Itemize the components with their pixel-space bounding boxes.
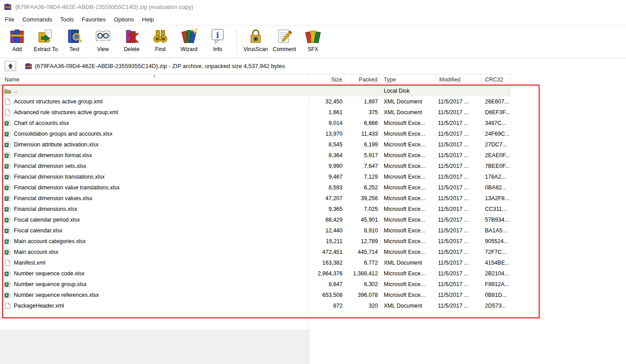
- window-title: {679FAA36-09D4-462E-ABDB-23559355C14D}.z…: [15, 4, 193, 10]
- file-packed-size: 396,078: [345, 292, 380, 298]
- file-row[interactable]: X Financial dimensions.xlsx 9,365 7,025 …: [0, 204, 511, 214]
- toolbar-extract-to-button[interactable]: Extract To: [31, 27, 60, 56]
- file-row[interactable]: X Fiscal calendar.xlsx 12,440 8,910 Micr…: [0, 225, 511, 236]
- svg-text:X: X: [5, 197, 8, 201]
- file-packed-size: 5,917: [345, 152, 380, 158]
- file-name: Financial dimension sets.xlsx: [14, 163, 86, 169]
- file-row[interactable]: X Financial dimension format.xlsx 8,364 …: [0, 150, 511, 161]
- file-row[interactable]: X Financial dimension values.xlsx 47,207…: [0, 193, 511, 204]
- file-type-icon: X: [4, 206, 11, 213]
- menu-commands[interactable]: Commands: [18, 14, 56, 25]
- file-type: Local Disk: [380, 88, 436, 94]
- file-type: Microsoft Exce...: [380, 206, 436, 212]
- file-size: 13,970: [309, 131, 345, 137]
- toolbar-view-button[interactable]: View: [89, 27, 117, 56]
- file-packed-size: 6,252: [345, 184, 380, 191]
- file-row[interactable]: X Financial dimension sets.xlsx 9,990 7,…: [0, 161, 511, 171]
- file-packed-size: 375: [345, 109, 380, 116]
- file-type-icon: X: [4, 163, 11, 170]
- menu-help[interactable]: Help: [138, 14, 158, 25]
- toolbar-extract-to-label: Extract To: [34, 46, 57, 52]
- column-header-modified[interactable]: Modified: [436, 74, 481, 85]
- file-type-icon: X: [4, 130, 11, 137]
- file-type: Microsoft Exce...: [380, 184, 436, 191]
- menu-file[interactable]: File: [1, 14, 18, 25]
- file-type: XML Document: [380, 109, 436, 116]
- toolbar-delete-button[interactable]: Delete: [117, 27, 146, 56]
- toolbar-wizard-label: Wizard: [180, 46, 197, 52]
- svg-text:X: X: [5, 143, 8, 147]
- file-type: Microsoft Exce...: [380, 270, 436, 277]
- svg-text:X: X: [5, 272, 8, 276]
- toolbar-find-button[interactable]: Find: [146, 27, 175, 56]
- file-row[interactable]: X Main account categories.xlsx 15,211 12…: [0, 236, 511, 247]
- toolbar-info-button[interactable]: i Info: [203, 27, 232, 56]
- menu-options[interactable]: Options: [110, 14, 138, 25]
- file-row[interactable]: X Number sequence group.xlsx 8,647 6,302…: [0, 279, 511, 290]
- file-type: Microsoft Exce...: [380, 217, 436, 223]
- file-row[interactable]: X Number sequence code.xlsx 2,964,376 1,…: [0, 268, 511, 279]
- toolbar-sfx-button[interactable]: SFX: [299, 27, 327, 56]
- toolbar-virusscan-button[interactable]: VirusScan: [241, 27, 270, 56]
- file-row[interactable]: X Consolidation groups and accounts.xlsx…: [0, 128, 511, 139]
- column-header-crc32[interactable]: CRC32: [481, 74, 511, 85]
- file-row[interactable]: X Financial dimension translations.xlsx …: [0, 171, 511, 182]
- file-type-icon: X: [4, 216, 11, 223]
- file-size: 9,467: [309, 174, 345, 180]
- file-row[interactable]: Manifest.xml 163,382 6,772 XML Document …: [0, 257, 511, 268]
- file-row[interactable]: X Dimension attribute activation.xlsx 8,…: [0, 139, 511, 150]
- up-one-level-button[interactable]: [4, 61, 16, 71]
- file-type-icon: X: [4, 184, 11, 191]
- excel-file-icon: X: [4, 195, 11, 202]
- column-header-size[interactable]: Size: [309, 74, 345, 85]
- toolbar-test-button[interactable]: Test: [60, 27, 89, 56]
- menu-tools[interactable]: Tools: [56, 14, 77, 25]
- file-type-icon: X: [4, 238, 11, 245]
- svg-text:X: X: [5, 164, 8, 168]
- toolbar-comment-button[interactable]: Comment: [270, 27, 299, 56]
- column-header-packed[interactable]: Packed: [345, 74, 380, 85]
- file-name: Advanced rule structures active group.xm…: [14, 109, 118, 116]
- file-row[interactable]: PackageHeader.xml 872 320 XML Document 1…: [0, 300, 511, 311]
- column-header-type[interactable]: Type: [380, 74, 436, 85]
- file-type-icon: [4, 109, 11, 116]
- toolbar-wizard-button[interactable]: Wizard: [175, 27, 203, 56]
- file-name: Consolidation groups and accounts.xlsx: [14, 131, 112, 137]
- column-header-crc32-label: CRC32: [485, 77, 503, 83]
- info-icon: i: [209, 27, 227, 45]
- file-size: 9,014: [309, 120, 345, 126]
- file-row[interactable]: Account structures active group.xml 32,4…: [0, 96, 511, 107]
- file-crc32: 24F69C...: [481, 131, 511, 137]
- file-packed-size: 6,666: [345, 120, 380, 126]
- file-row[interactable]: X Number sequence references.xlsx 653,50…: [0, 290, 511, 300]
- file-row[interactable]: Advanced rule structures active group.xm…: [0, 107, 511, 118]
- file-name: Dimension attribute activation.xlsx: [14, 141, 99, 148]
- file-row[interactable]: X Financial dimension value translations…: [0, 182, 511, 193]
- file-crc32: BA1A5...: [481, 227, 511, 234]
- file-row[interactable]: X Chart of accounts.xlsx 9,014 6,666 Mic…: [0, 118, 511, 128]
- file-size: 8,647: [309, 281, 345, 287]
- file-type: Microsoft Exce...: [380, 141, 436, 148]
- svg-text:X: X: [5, 121, 8, 125]
- file-name: Manifest.xml: [14, 260, 45, 266]
- file-row[interactable]: .. Local Disk: [0, 86, 511, 96]
- file-row[interactable]: X Fiscal calendar period.xlsx 88,429 45,…: [0, 214, 511, 225]
- svg-text:X: X: [5, 186, 8, 190]
- file-size: 872: [309, 303, 345, 309]
- file-packed-size: 320: [345, 303, 380, 309]
- file-modified: 11/5/2017 ...: [436, 163, 481, 169]
- file-row[interactable]: X Main account.xlsx 472,451 445,714 Micr…: [0, 247, 511, 257]
- toolbar-virusscan-label: VirusScan: [244, 46, 268, 52]
- file-modified: 11/5/2017 ...: [436, 292, 481, 298]
- toolbar-add-button[interactable]: Add: [3, 27, 31, 56]
- file-type-icon: X: [4, 152, 11, 159]
- file-name: Financial dimensions.xlsx: [14, 206, 77, 212]
- menu-favorites[interactable]: Favorites: [78, 14, 110, 25]
- file-name: Fiscal calendar.xlsx: [14, 227, 62, 234]
- file-crc32: 2B2104...: [481, 270, 511, 277]
- wizard-icon: [180, 27, 198, 45]
- column-header-name[interactable]: Name ∧: [0, 74, 309, 85]
- view-icon: [94, 27, 112, 45]
- file-crc32: 905524...: [481, 238, 511, 244]
- file-packed-size: 6,199: [345, 141, 380, 148]
